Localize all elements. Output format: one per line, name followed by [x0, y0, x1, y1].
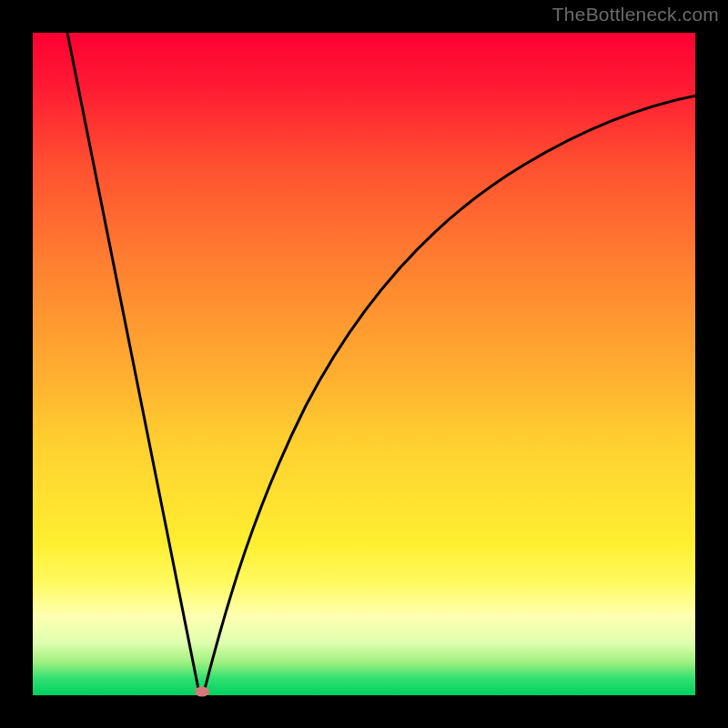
plot-area [33, 33, 695, 695]
chart-frame: TheBottleneck.com [0, 0, 728, 728]
optimum-marker [195, 687, 209, 697]
curve-path [66, 24, 702, 692]
bottleneck-curve [33, 33, 695, 695]
watermark-text: TheBottleneck.com [552, 4, 719, 25]
